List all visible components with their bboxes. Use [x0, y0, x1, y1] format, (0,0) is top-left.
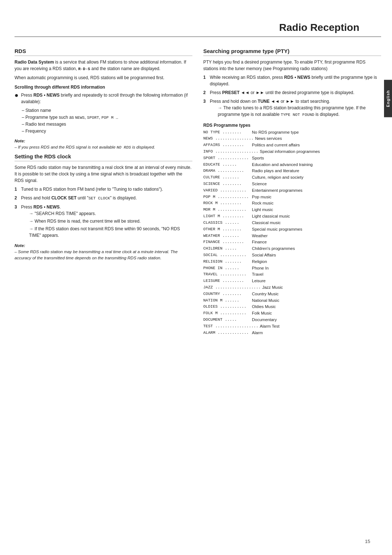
pty-item-nation: NATION M ...... National Music: [203, 297, 381, 304]
pty-code-mor: MOR M ............: [203, 207, 250, 213]
pty-code-folk: FOLK M ...........: [203, 310, 250, 317]
pty-code-leisure: LEISURE .........: [203, 278, 250, 284]
pty-code-alarm: ALARM .............: [203, 330, 250, 336]
pty-desc-religion: Religion: [252, 259, 267, 265]
pty-desc-rock: Rock music: [252, 200, 273, 207]
pty-item-drama: DRAMA ........... Radio plays and litera…: [203, 168, 381, 174]
arrow-3: If the RDS station does not transmit RDS…: [29, 226, 192, 239]
pty-item-test: TEST .................. Alarm Test: [203, 323, 381, 330]
pty-code-children: CHILDREN .....: [203, 246, 250, 252]
pty-code-light: LIGHT M .........: [203, 213, 250, 220]
step-2: 2 Press and hold CLOCK SET until "SET CL…: [15, 195, 192, 202]
pty-item-news: NEWS ................ News services: [203, 135, 381, 142]
pty-desc-culture: Culture, religion and society: [252, 174, 303, 181]
pty-step-num-2: 2: [203, 89, 210, 96]
pty-desc-children: Children's programmes: [252, 246, 295, 252]
pty-step-3-text: Press and hold down on TUNE ◄◄ or ►► to …: [210, 98, 381, 119]
pty-desc-social: Social Affairs: [252, 252, 276, 259]
pty-desc-no-type: No RDS programme type: [252, 129, 299, 136]
pty-item-science: SCIENCE ........ Science: [203, 181, 381, 187]
pty-types-title: RDS Programme types: [203, 123, 381, 128]
pty-item-folk: FOLK M ........... Folk Music: [203, 310, 381, 317]
pty-desc-alarm: Alarm: [252, 330, 263, 336]
pty-item-jazz: JAZZ ................... Jazz Music: [203, 284, 381, 291]
pty-section-title: Searching programme type (PTY): [203, 48, 381, 56]
pty-item-alarm: ALARM ............. Alarm: [203, 330, 381, 336]
rds-intro-para: Radio Data System is a service that allo…: [15, 59, 192, 72]
rds-clock-note-label: Note:: [15, 243, 25, 248]
pty-item-finance: FINANCE ......... Finance: [203, 239, 381, 246]
step-2-text: Press and hold CLOCK SET until "SET CLOC…: [21, 195, 192, 202]
pty-code-varied: VARIED ...........: [203, 187, 250, 194]
rds-clock-steps: 1 Tuned to a RDS station from FM band (r…: [15, 186, 192, 240]
rds-note-box: Note: – If you press RDS and the RDS sig…: [15, 138, 192, 151]
pty-code-religion: RELIGION .......: [203, 259, 250, 265]
news-code: NEWS: [75, 116, 85, 120]
pty-code-no-type: NO TYPE ........: [203, 129, 250, 136]
pty-desc-varied: Entertainment programmes: [252, 187, 302, 194]
pty-code-finance: FINANCE .........: [203, 239, 250, 246]
pty-types-section: RDS Programme types NO TYPE ........ No …: [203, 123, 381, 336]
sport-code: SPORT: [87, 116, 99, 120]
pty-desc-other: Special music programmes: [252, 226, 302, 233]
pty-desc-info: Special information programmes: [260, 149, 320, 155]
pty-code-country: COUNTRY ........: [203, 291, 250, 297]
pty-arrow-1: The radio tunes to a RDS station broadca…: [218, 105, 381, 118]
pty-desc-mor: Light music: [252, 207, 273, 213]
pty-step-3: 3 Press and hold down on TUNE ◄◄ or ►► t…: [203, 98, 381, 119]
pty-code-affairs: AFFAIRS .........: [203, 142, 250, 149]
pty-code-info: INFO ..................: [203, 149, 258, 155]
pty-code-test: TEST ..................: [203, 323, 258, 330]
bullet-dot: ●: [15, 92, 20, 99]
pty-item-no-type: NO TYPE ........ No RDS programme type: [203, 129, 381, 136]
arrow-1: "SEARCH RDS TIME" appears.: [29, 210, 192, 217]
pty-step-2: 2 Press PRESET ◄◄ or ►► until the desire…: [203, 89, 381, 96]
pty-desc-folk: Folk Music: [252, 310, 272, 317]
step-3-text: Press RDS • NEWS. "SEARCH RDS TIME" appe…: [21, 204, 192, 240]
step-1: 1 Tuned to a RDS station from FM band (r…: [15, 186, 192, 193]
pty-code-nation: NATION M ......: [203, 297, 250, 304]
pty-code-news: NEWS ................: [203, 135, 254, 142]
type-not-found: TYPE NOT FOUND: [281, 113, 314, 117]
pty-code-oldies: OLDIES ...........: [203, 304, 250, 310]
dash-item-programme: Programme type such as NEWS, SPORT, POP …: [22, 114, 192, 121]
preset-bold: PRESET: [222, 90, 240, 95]
pty-item-info: INFO .................. Special informat…: [203, 149, 381, 155]
pty-step-1: 1 While receiving an RDS station, press …: [203, 74, 381, 87]
pty-item-leisure: LEISURE ......... Leisure: [203, 278, 381, 284]
pty-item-document: DOCUMENT ..... Documentary: [203, 317, 381, 323]
rds-news-bold: RDS • NEWS: [33, 93, 60, 98]
pty-item-social: SOCIAL ........... Social Affairs: [203, 252, 381, 259]
pty-item-other: OTHER M ........ Special music programme…: [203, 226, 381, 233]
rds-code: R·D·S: [78, 67, 90, 71]
step-3: 3 Press RDS • NEWS. "SEARCH RDS TIME" ap…: [15, 204, 192, 240]
pty-step-2-text: Press PRESET ◄◄ or ►► until the desired …: [210, 89, 381, 96]
pty-code-drama: DRAMA ...........: [203, 168, 250, 174]
pty-desc-light: Light classical music: [252, 213, 290, 220]
pty-desc-jazz: Jazz Music: [262, 284, 283, 291]
pty-item-light: LIGHT M ......... Light classical music: [203, 213, 381, 220]
pty-item-educate: EDUCATE ...... Education and advanced tr…: [203, 162, 381, 168]
pty-code-classics: CLASSICS ......: [203, 220, 250, 226]
pty-item-country: COUNTRY ........ Country Music: [203, 291, 381, 297]
pty-item-pop: POP M ............. Pop music: [203, 194, 381, 200]
dash-item-frequency: Frequency: [22, 128, 192, 135]
pty-type-list: NO TYPE ........ No RDS programme type N…: [203, 129, 381, 336]
right-column: Searching programme type (PTY) PTY helps…: [203, 48, 381, 338]
pty-code-phone: PHONE IN ......: [203, 265, 250, 272]
pty-item-classics: CLASSICS ...... Classical music: [203, 220, 381, 226]
pty-code-sport: SPORT .............: [203, 155, 250, 162]
step-1-text: Tuned to a RDS station from FM band (ref…: [21, 186, 192, 193]
rds-bullet-item: ● Press RDS • NEWS briefly and repeatedl…: [15, 92, 192, 105]
pty-code-jazz: JAZZ ...................: [203, 284, 261, 291]
pty-item-mor: MOR M ............ Light music: [203, 207, 381, 213]
pty-desc-weather: Weather: [252, 233, 268, 239]
pty-item-weather: WEATHER ....... Weather: [203, 233, 381, 239]
rds-section: RDS Radio Data System is a service that …: [15, 48, 192, 150]
page-title: Radio Reception: [15, 22, 381, 37]
pty-desc-phone: Phone In: [252, 265, 269, 272]
pty-code-pop: POP M .............: [203, 194, 250, 200]
step-num-1: 1: [15, 186, 21, 193]
pty-section: Searching programme type (PTY) PTY helps…: [203, 48, 381, 119]
pty-desc-sport: Sports: [252, 155, 264, 162]
